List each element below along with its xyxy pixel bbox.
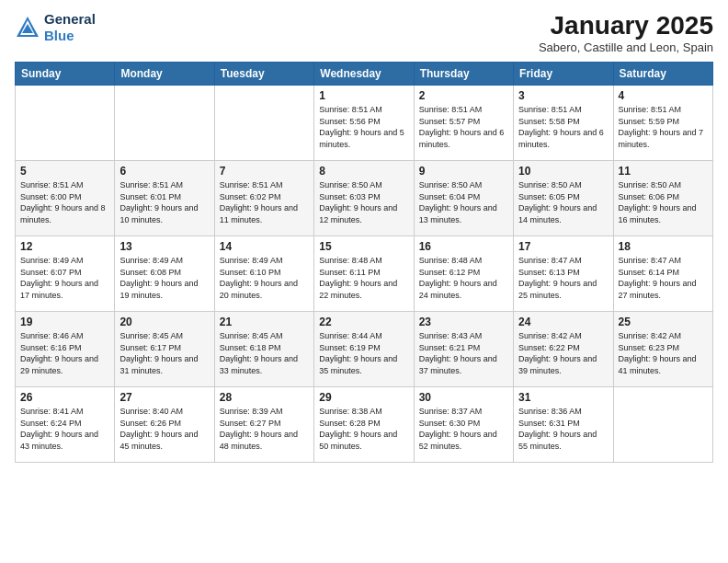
day-number: 16 <box>419 240 508 253</box>
calendar-week-row: 1Sunrise: 8:51 AM Sunset: 5:56 PM Daylig… <box>16 86 713 161</box>
day-info: Sunrise: 8:48 AM Sunset: 6:12 PM Dayligh… <box>419 255 508 301</box>
calendar-cell: 27Sunrise: 8:40 AM Sunset: 6:26 PM Dayli… <box>115 387 214 463</box>
page: General Blue January 2025 Sabero, Castil… <box>0 0 728 563</box>
day-number: 29 <box>319 391 408 404</box>
day-info: Sunrise: 8:44 AM Sunset: 6:19 PM Dayligh… <box>319 330 408 376</box>
header: General Blue January 2025 Sabero, Castil… <box>15 11 713 54</box>
day-header-saturday: Saturday <box>613 63 712 86</box>
day-number: 13 <box>119 240 209 253</box>
day-info: Sunrise: 8:48 AM Sunset: 6:11 PM Dayligh… <box>319 255 408 301</box>
calendar-cell <box>115 86 214 161</box>
day-number: 21 <box>220 316 309 328</box>
calendar-week-row: 19Sunrise: 8:46 AM Sunset: 6:16 PM Dayli… <box>16 312 713 387</box>
day-info: Sunrise: 8:37 AM Sunset: 6:30 PM Dayligh… <box>419 406 508 452</box>
day-number: 30 <box>419 391 508 404</box>
day-number: 14 <box>220 240 309 253</box>
day-number: 19 <box>20 316 109 328</box>
day-info: Sunrise: 8:51 AM Sunset: 5:56 PM Dayligh… <box>319 104 408 150</box>
calendar-cell: 17Sunrise: 8:47 AM Sunset: 6:13 PM Dayli… <box>514 236 613 312</box>
day-info: Sunrise: 8:49 AM Sunset: 6:08 PM Dayligh… <box>119 255 209 301</box>
day-header-tuesday: Tuesday <box>214 63 313 86</box>
day-info: Sunrise: 8:50 AM Sunset: 6:06 PM Dayligh… <box>619 179 708 225</box>
calendar-cell: 16Sunrise: 8:48 AM Sunset: 6:12 PM Dayli… <box>414 236 513 312</box>
calendar-cell <box>613 387 712 463</box>
day-number: 18 <box>619 240 708 253</box>
day-info: Sunrise: 8:51 AM Sunset: 5:57 PM Dayligh… <box>419 104 508 150</box>
day-number: 11 <box>619 165 708 178</box>
day-info: Sunrise: 8:39 AM Sunset: 6:27 PM Dayligh… <box>220 406 309 452</box>
calendar-cell: 8Sunrise: 8:50 AM Sunset: 6:03 PM Daylig… <box>314 161 414 236</box>
day-info: Sunrise: 8:45 AM Sunset: 6:17 PM Dayligh… <box>119 330 209 376</box>
calendar-title: January 2025 <box>539 11 713 40</box>
day-info: Sunrise: 8:47 AM Sunset: 6:13 PM Dayligh… <box>518 255 608 301</box>
calendar-cell: 30Sunrise: 8:37 AM Sunset: 6:30 PM Dayli… <box>414 387 513 463</box>
day-header-thursday: Thursday <box>414 63 513 86</box>
day-number: 6 <box>119 165 209 178</box>
calendar-cell: 23Sunrise: 8:43 AM Sunset: 6:21 PM Dayli… <box>414 312 513 387</box>
calendar-header-row: SundayMondayTuesdayWednesdayThursdayFrid… <box>16 63 713 86</box>
day-number: 27 <box>119 391 209 404</box>
day-number: 8 <box>319 165 408 178</box>
day-number: 2 <box>419 89 508 102</box>
calendar-cell: 31Sunrise: 8:36 AM Sunset: 6:31 PM Dayli… <box>514 387 613 463</box>
day-info: Sunrise: 8:41 AM Sunset: 6:24 PM Dayligh… <box>20 406 109 452</box>
calendar-cell <box>16 86 115 161</box>
calendar-cell: 14Sunrise: 8:49 AM Sunset: 6:10 PM Dayli… <box>214 236 313 312</box>
day-header-friday: Friday <box>514 63 613 86</box>
day-number: 9 <box>419 165 508 178</box>
day-number: 1 <box>319 89 408 102</box>
calendar-cell: 18Sunrise: 8:47 AM Sunset: 6:14 PM Dayli… <box>613 236 712 312</box>
day-number: 20 <box>119 316 209 328</box>
calendar-week-row: 26Sunrise: 8:41 AM Sunset: 6:24 PM Dayli… <box>16 387 713 463</box>
calendar-cell: 15Sunrise: 8:48 AM Sunset: 6:11 PM Dayli… <box>314 236 414 312</box>
day-number: 10 <box>518 165 608 178</box>
calendar-week-row: 12Sunrise: 8:49 AM Sunset: 6:07 PM Dayli… <box>16 236 713 312</box>
calendar-cell: 13Sunrise: 8:49 AM Sunset: 6:08 PM Dayli… <box>115 236 214 312</box>
day-info: Sunrise: 8:42 AM Sunset: 6:22 PM Dayligh… <box>518 330 608 376</box>
day-info: Sunrise: 8:49 AM Sunset: 6:07 PM Dayligh… <box>20 255 109 301</box>
day-number: 22 <box>319 316 408 328</box>
calendar-cell: 26Sunrise: 8:41 AM Sunset: 6:24 PM Dayli… <box>16 387 115 463</box>
logo-text: General Blue <box>44 11 96 44</box>
day-info: Sunrise: 8:49 AM Sunset: 6:10 PM Dayligh… <box>220 255 309 301</box>
day-number: 31 <box>518 391 608 404</box>
calendar-cell: 3Sunrise: 8:51 AM Sunset: 5:58 PM Daylig… <box>514 86 613 161</box>
day-header-wednesday: Wednesday <box>314 63 414 86</box>
calendar-cell: 10Sunrise: 8:50 AM Sunset: 6:05 PM Dayli… <box>514 161 613 236</box>
calendar-subtitle: Sabero, Castille and Leon, Spain <box>539 40 713 54</box>
day-info: Sunrise: 8:47 AM Sunset: 6:14 PM Dayligh… <box>619 255 708 301</box>
calendar-cell: 5Sunrise: 8:51 AM Sunset: 6:00 PM Daylig… <box>16 161 115 236</box>
day-number: 24 <box>518 316 608 328</box>
calendar-cell: 9Sunrise: 8:50 AM Sunset: 6:04 PM Daylig… <box>414 161 513 236</box>
calendar-cell: 6Sunrise: 8:51 AM Sunset: 6:01 PM Daylig… <box>115 161 214 236</box>
day-info: Sunrise: 8:51 AM Sunset: 6:01 PM Dayligh… <box>119 179 209 225</box>
day-number: 26 <box>20 391 109 404</box>
title-block: January 2025 Sabero, Castille and Leon, … <box>539 11 713 54</box>
calendar-cell: 2Sunrise: 8:51 AM Sunset: 5:57 PM Daylig… <box>414 86 513 161</box>
calendar-cell: 21Sunrise: 8:45 AM Sunset: 6:18 PM Dayli… <box>214 312 313 387</box>
logo-icon <box>15 15 40 40</box>
logo: General Blue <box>15 11 96 44</box>
day-info: Sunrise: 8:50 AM Sunset: 6:04 PM Dayligh… <box>419 179 508 225</box>
day-info: Sunrise: 8:42 AM Sunset: 6:23 PM Dayligh… <box>619 330 708 376</box>
day-number: 25 <box>619 316 708 328</box>
calendar-cell: 19Sunrise: 8:46 AM Sunset: 6:16 PM Dayli… <box>16 312 115 387</box>
day-info: Sunrise: 8:36 AM Sunset: 6:31 PM Dayligh… <box>518 406 608 452</box>
day-info: Sunrise: 8:46 AM Sunset: 6:16 PM Dayligh… <box>20 330 109 376</box>
calendar-cell: 29Sunrise: 8:38 AM Sunset: 6:28 PM Dayli… <box>314 387 414 463</box>
day-header-sunday: Sunday <box>16 63 115 86</box>
day-info: Sunrise: 8:45 AM Sunset: 6:18 PM Dayligh… <box>220 330 309 376</box>
day-number: 5 <box>20 165 109 178</box>
calendar-cell: 12Sunrise: 8:49 AM Sunset: 6:07 PM Dayli… <box>16 236 115 312</box>
calendar-cell: 20Sunrise: 8:45 AM Sunset: 6:17 PM Dayli… <box>115 312 214 387</box>
calendar-week-row: 5Sunrise: 8:51 AM Sunset: 6:00 PM Daylig… <box>16 161 713 236</box>
day-number: 17 <box>518 240 608 253</box>
day-info: Sunrise: 8:50 AM Sunset: 6:05 PM Dayligh… <box>518 179 608 225</box>
calendar-cell: 24Sunrise: 8:42 AM Sunset: 6:22 PM Dayli… <box>514 312 613 387</box>
day-number: 28 <box>220 391 309 404</box>
calendar-cell: 22Sunrise: 8:44 AM Sunset: 6:19 PM Dayli… <box>314 312 414 387</box>
calendar-cell: 1Sunrise: 8:51 AM Sunset: 5:56 PM Daylig… <box>314 86 414 161</box>
day-number: 3 <box>518 89 608 102</box>
calendar-table: SundayMondayTuesdayWednesdayThursdayFrid… <box>15 62 713 463</box>
day-info: Sunrise: 8:51 AM Sunset: 5:59 PM Dayligh… <box>619 104 708 150</box>
